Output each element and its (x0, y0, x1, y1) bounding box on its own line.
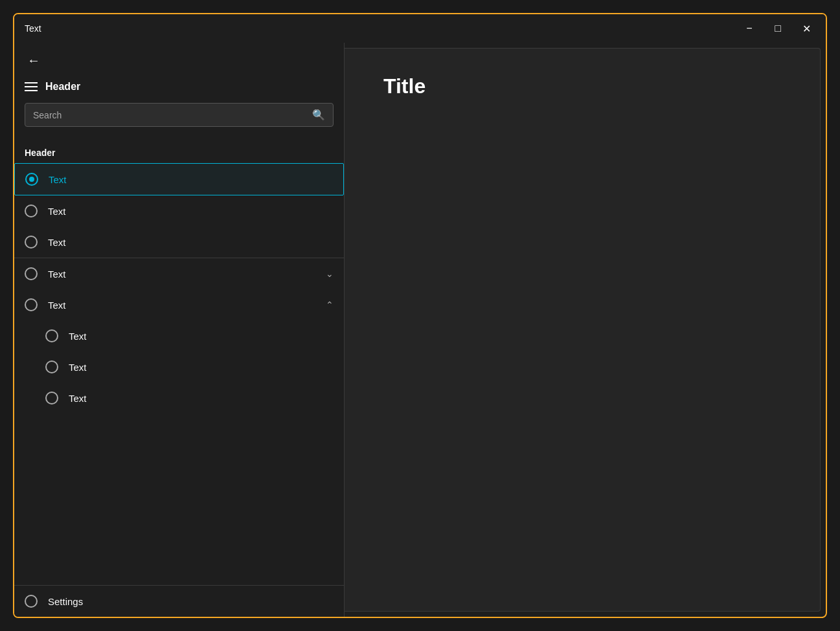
radio-icon (45, 392, 58, 404)
list-item-label: Text (48, 237, 334, 248)
list-item-label: Text (48, 300, 326, 311)
minimize-button[interactable]: − (740, 19, 758, 38)
maximize-button[interactable]: □ (769, 19, 787, 38)
hamburger-line-3 (25, 90, 38, 91)
sidebar-header-label: Header (45, 81, 80, 93)
list-item-label: Text (48, 206, 334, 217)
hamburger-line-1 (25, 82, 38, 83)
section1-group: Header Text Text Text (14, 142, 344, 258)
list-item[interactable]: Text (14, 195, 344, 227)
list-item-sub[interactable]: Text (14, 351, 344, 382)
hamburger-icon[interactable] (25, 82, 38, 91)
list-item-label: Text (69, 362, 334, 373)
section2-group: Text ⌄ Text ⌃ Text Text (14, 258, 344, 414)
radio-icon-selected (25, 173, 38, 186)
settings-item[interactable]: Settings (14, 586, 344, 617)
chevron-up-icon: ⌃ (326, 300, 334, 310)
radio-icon (25, 205, 38, 217)
search-icon: 🔍 (312, 109, 325, 121)
app-window: Text − □ ✕ ← Header (13, 13, 827, 618)
list-item-label: Text (69, 331, 334, 342)
hamburger-line-2 (25, 86, 38, 87)
radio-icon (25, 595, 38, 608)
sidebar-header-row: Header (25, 81, 334, 93)
list-item[interactable]: Text (14, 227, 344, 258)
sidebar-top: ← Header 🔍 (14, 43, 344, 142)
radio-icon (25, 236, 38, 249)
window-controls: − □ ✕ (740, 19, 815, 38)
window-title: Text (25, 23, 41, 34)
chevron-down-icon: ⌄ (326, 269, 334, 279)
sidebar: ← Header 🔍 Header (14, 43, 345, 617)
list-item-label: Text (69, 393, 334, 404)
main-layout: ← Header 🔍 Header (14, 43, 826, 617)
list-item-sub[interactable]: Text (14, 382, 344, 414)
radio-icon (45, 329, 58, 342)
list-item-label: Text (48, 269, 326, 280)
list-item-label: Text (49, 174, 333, 185)
list-item-collapsible[interactable]: Text ⌄ (14, 258, 344, 289)
content-title: Title (383, 74, 426, 98)
list-item[interactable]: Text (14, 163, 344, 195)
list-item-sub[interactable]: Text (14, 320, 344, 351)
section1-header: Header (14, 142, 344, 163)
content-area: Title (345, 48, 821, 612)
search-input[interactable] (33, 110, 312, 120)
list-item-expandable[interactable]: Text ⌃ (14, 289, 344, 320)
radio-icon (45, 360, 58, 373)
sidebar-bottom: Settings (14, 585, 344, 617)
search-box: 🔍 (25, 103, 334, 127)
title-bar: Text − □ ✕ (14, 14, 826, 43)
radio-icon (25, 298, 38, 311)
back-button[interactable]: ← (25, 50, 43, 71)
radio-icon (25, 267, 38, 280)
settings-label: Settings (48, 596, 334, 607)
close-button[interactable]: ✕ (797, 19, 815, 38)
